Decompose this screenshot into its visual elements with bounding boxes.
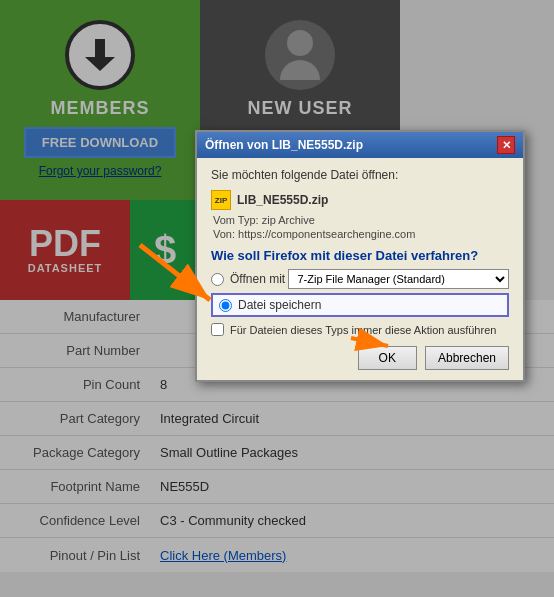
dialog-body: Sie möchten folgende Datei öffnen: ZIP L… [197,158,523,380]
orange-arrow-ok [346,328,401,356]
dialog-intro-text: Sie möchten folgende Datei öffnen: [211,168,509,182]
dialog-question: Wie soll Firefox mit dieser Datei verfah… [211,248,509,263]
cancel-button[interactable]: Abbrechen [425,346,509,370]
orange-arrow-background [130,235,230,315]
svg-line-5 [351,338,388,346]
dialog-buttons: OK Abbrechen [211,346,509,370]
zip-file-icon: ZIP [211,190,231,210]
dialog-filename-row: ZIP LIB_NE555D.zip [211,190,509,210]
dialog-filename: LIB_NE555D.zip [237,193,328,207]
svg-line-3 [140,245,210,300]
always-do-checkbox[interactable] [211,323,224,336]
dialog-from: Von: https://componentsearchengine.com [211,228,509,240]
open-with-label: Öffnen mit [230,272,285,286]
save-file-option: Datei speichern [211,293,509,317]
save-file-label: Datei speichern [238,298,321,312]
open-file-dialog: Öffnen von LIB_NE555D.zip ✕ Sie möchten … [195,130,525,382]
open-with-select[interactable]: 7-Zip File Manager (Standard) [288,269,509,289]
dialog-close-button[interactable]: ✕ [497,136,515,154]
dialog-type: Vom Typ: zip Archive [211,214,509,226]
zip-icon-label: ZIP [215,196,227,205]
dialog-title: Öffnen von LIB_NE555D.zip [205,138,363,152]
open-with-option: Öffnen mit 7-Zip File Manager (Standard) [211,269,509,289]
dialog-titlebar: Öffnen von LIB_NE555D.zip ✕ [197,132,523,158]
